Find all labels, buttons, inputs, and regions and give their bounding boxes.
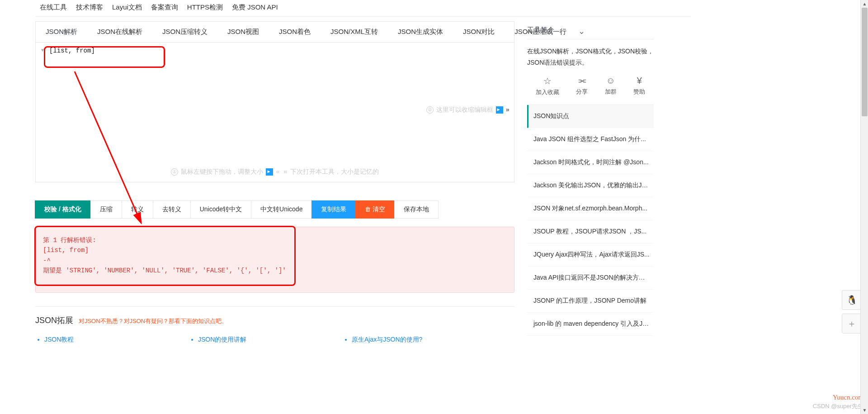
sidebar-item[interactable]: JSOUP 教程，JSOUP请求JSON ，JS... (527, 220, 654, 243)
sidebar-item[interactable]: Jackson 美化输出JSON，优雅的输出JS... (527, 174, 654, 197)
sidebar-item[interactable]: json-lib 的 maven dependency 引入及Ja... (527, 313, 654, 336)
qq-icon: ☺ (605, 76, 617, 86)
copy-result-button[interactable]: 复制结果 (311, 200, 356, 219)
tab-json-color[interactable]: JSON着色 (269, 22, 321, 42)
escape-button[interactable]: 转义 (122, 200, 153, 219)
tab-json-compress-escape[interactable]: JSON压缩转义 (152, 22, 217, 42)
float-plus-button[interactable]: ＋ (842, 314, 862, 333)
sidebar-item[interactable]: Jackson 时间格式化，时间注解 @Json... (527, 151, 654, 174)
sidebar-donate[interactable]: ¥赞助 (633, 76, 645, 96)
sidebar-item[interactable]: JQuery Ajax四种写法，Ajax请求返回JS... (527, 243, 654, 266)
tool-tabs: JSON解析 JSON在线解析 JSON压缩转义 JSON视图 JSON着色 J… (35, 21, 514, 42)
cn-to-unicode-button[interactable]: 中文转Unicode (251, 200, 312, 219)
star-icon: ☆ (536, 76, 559, 86)
hint-num-2: ② (426, 106, 434, 114)
trash-icon: 🗑 (365, 206, 371, 213)
sidebar-item[interactable]: Java JSON 组件选型之 FastJson 为什... (527, 128, 654, 151)
yen-icon: ¥ (633, 76, 645, 86)
sidebar-item[interactable]: JSONP 的工作原理，JSONP Demo讲解 (527, 290, 654, 313)
scroll-up-icon[interactable]: ▲ (861, 0, 868, 8)
sidebar-item[interactable]: Java API接口返回不是JSON的解决方案... (527, 266, 654, 290)
plus-icon: ＋ (847, 318, 856, 330)
fold-icon[interactable]: ▼ (41, 48, 44, 53)
tab-json-parse[interactable]: JSON解析 (36, 22, 87, 42)
float-buttons: 🐧 ＋ (842, 290, 862, 337)
topnav-item[interactable]: 免费 JSON API (232, 3, 278, 12)
sidebar-share[interactable]: ⫘分享 (576, 76, 588, 96)
extension-subtitle: 对JSON不熟悉？对JSON有疑问？那看下面的知识点吧。 (79, 318, 227, 324)
top-nav: 在线工具 技术博客 Layui文档 备案查询 HTTPS检测 免费 JSON A… (35, 0, 691, 17)
hint-collapse: ② 这里可以收缩编辑框 » (426, 106, 509, 114)
ext-link-usage[interactable]: JSON的使用讲解 (198, 336, 246, 343)
scrollbar-thumb[interactable] (862, 8, 868, 116)
action-toolbar: 校验 / 格式化 压缩 转义 去转义 Unicode转中文 中文转Unicode… (35, 200, 514, 219)
sidebar-intro-title: 工具简介 (527, 21, 654, 39)
clear-button[interactable]: 🗑清空 (355, 200, 395, 219)
extension-title: JSON拓展 (35, 315, 73, 326)
penguin-icon: 🐧 (846, 295, 858, 305)
topnav-item[interactable]: 在线工具 (40, 3, 67, 12)
editor-line: [list, from] (49, 47, 95, 54)
tab-json-entity[interactable]: JSON生成实体 (388, 22, 453, 42)
hint-resize-left: 鼠标左键按下拖动，调整大小 (181, 168, 263, 176)
error-output: 第 1 行解析错误: [list, from] -^ 期望是 'STRING',… (35, 227, 514, 293)
json-editor[interactable]: ▼ [list, from] ② 这里可以收缩编辑框 » ① 鼠标左键按下拖动，… (35, 42, 514, 182)
expand-arrow-icon[interactable]: » (506, 106, 509, 114)
topnav-item[interactable]: 备案查询 (151, 3, 178, 12)
hint-collapse-text: 这里可以收缩编辑框 (436, 106, 493, 114)
ext-link-ajax[interactable]: 原生Ajax与JSON的使用? (352, 336, 422, 343)
unescape-button[interactable]: 去转义 (153, 200, 191, 219)
error-text: 第 1 行解析错误: [list, from] -^ 期望是 'STRING',… (43, 237, 286, 274)
tab-json-diff[interactable]: JSON对比 (453, 22, 505, 42)
ext-link-tutorial[interactable]: JSON教程 (44, 336, 74, 343)
topnav-item[interactable]: Layui文档 (112, 3, 142, 12)
compress-button[interactable]: 压缩 (90, 200, 122, 219)
extension-section: JSON拓展 对JSON不熟悉？对JSON有疑问？那看下面的知识点吧。 JSON… (35, 306, 514, 344)
sidebar-group[interactable]: ☺加群 (605, 76, 617, 96)
hint-resize-right: 下次打开本工具，大小是记忆的 (290, 168, 379, 176)
collapse-toggle-icon[interactable] (496, 106, 503, 114)
unicode-to-cn-button[interactable]: Unicode转中文 (190, 200, 251, 219)
tab-json-xml[interactable]: JSON/XML互转 (321, 22, 388, 42)
browser-scrollbar[interactable]: ▲ ▼ (860, 0, 868, 344)
annotation-box-error (34, 226, 296, 286)
sidebar-knowledge-list: JSON知识点 Java JSON 组件选型之 FastJson 为什... J… (527, 105, 654, 336)
hint-num-1: ① (171, 168, 178, 176)
sidebar-item[interactable]: JSON知识点 (527, 105, 654, 128)
resize-handle-icon[interactable] (266, 168, 273, 176)
tab-json-online-parse[interactable]: JSON在线解析 (87, 22, 152, 42)
float-qq-button[interactable]: 🐧 (842, 290, 862, 310)
topnav-item[interactable]: HTTPS检测 (187, 3, 223, 12)
validate-format-button[interactable]: 校验 / 格式化 (35, 200, 91, 219)
topnav-item[interactable]: 技术博客 (76, 3, 103, 12)
save-local-button[interactable]: 保存本地 (394, 200, 439, 219)
sidebar-item[interactable]: JSON 对象net.sf.ezmorph.bean.Morph... (527, 197, 654, 220)
share-icon: ⫘ (576, 76, 588, 86)
tab-json-view[interactable]: JSON视图 (217, 22, 269, 42)
sidebar-fav[interactable]: ☆加入收藏 (536, 76, 559, 96)
sidebar: 工具简介 在线JSON解析，JSON格式化，JSON校验，JSON语法错误提示。… (527, 21, 654, 336)
sidebar-intro-desc: 在线JSON解析，JSON格式化，JSON校验，JSON语法错误提示。 (527, 39, 654, 72)
